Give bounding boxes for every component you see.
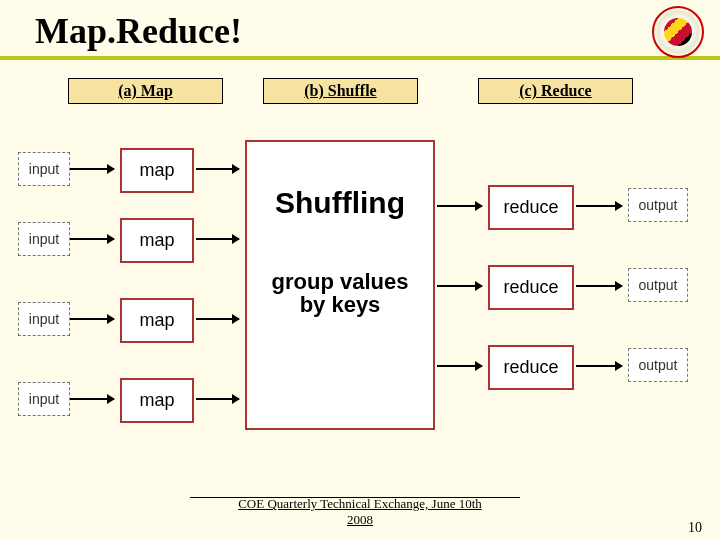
phase-label-shuffle: (b) Shuffle — [263, 78, 418, 104]
map-box: map — [120, 148, 194, 193]
shuffle-title: Shuffling — [247, 186, 433, 220]
umd-logo — [652, 6, 704, 58]
arrow-icon — [196, 238, 239, 240]
phase-label-map: (a) Map — [68, 78, 223, 104]
map-box: map — [120, 378, 194, 423]
map-box: map — [120, 298, 194, 343]
footer-text: COE Quarterly Technical Exchange, June 1… — [0, 496, 720, 528]
arrow-icon — [70, 398, 114, 400]
arrow-icon — [437, 365, 482, 367]
footer-line1: COE Quarterly Technical Exchange, June 1… — [238, 496, 482, 511]
output-box: output — [628, 348, 688, 382]
arrow-icon — [70, 168, 114, 170]
output-box: output — [628, 188, 688, 222]
footer-line2: 2008 — [347, 512, 373, 527]
output-box: output — [628, 268, 688, 302]
arrow-icon — [196, 398, 239, 400]
arrow-icon — [70, 318, 114, 320]
arrow-icon — [576, 205, 622, 207]
arrow-icon — [437, 205, 482, 207]
shuffle-sub-line1: group values — [272, 269, 409, 294]
reduce-box: reduce — [488, 185, 574, 230]
input-box: input — [18, 152, 70, 186]
input-box: input — [18, 222, 70, 256]
arrow-icon — [196, 318, 239, 320]
input-box: input — [18, 382, 70, 416]
arrow-icon — [196, 168, 239, 170]
phase-label-reduce: (c) Reduce — [478, 78, 633, 104]
input-box: input — [18, 302, 70, 336]
shuffle-subtitle: group values by keys — [247, 270, 433, 316]
title-underline — [0, 56, 720, 60]
reduce-box: reduce — [488, 345, 574, 390]
arrow-icon — [437, 285, 482, 287]
slide-title: Map.Reduce! — [35, 10, 242, 52]
umd-logo-seal — [664, 18, 692, 46]
arrow-icon — [576, 365, 622, 367]
reduce-box: reduce — [488, 265, 574, 310]
arrow-icon — [576, 285, 622, 287]
arrow-icon — [70, 238, 114, 240]
slide-number: 10 — [688, 520, 702, 536]
shuffle-sub-line2: by keys — [300, 292, 381, 317]
map-box: map — [120, 218, 194, 263]
shuffle-box: Shuffling group values by keys — [245, 140, 435, 430]
